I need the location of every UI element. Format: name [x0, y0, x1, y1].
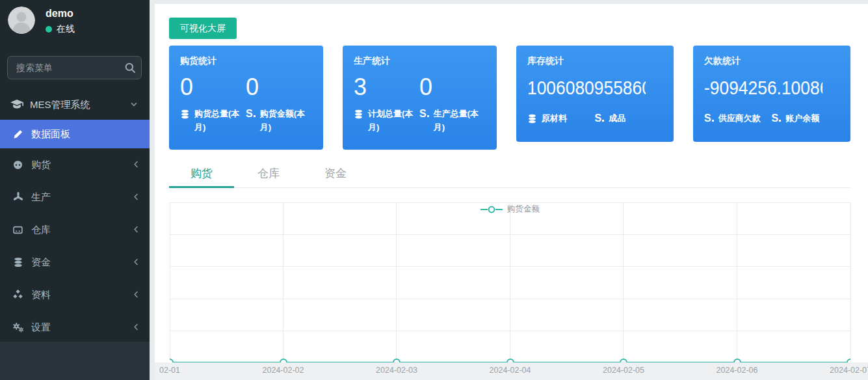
sidebar-item-label: 数据面板	[31, 128, 70, 141]
money-icon: S	[772, 112, 782, 126]
cubes-icon	[12, 290, 24, 300]
sidebar-root-label: MES管理系统	[30, 99, 90, 111]
x-axis-label: 2024-02-03	[376, 366, 417, 375]
sidebar-item-label: 仓库	[31, 224, 51, 236]
user-panel: demo 在线	[8, 7, 150, 44]
gears-icon	[12, 322, 24, 332]
database-icon	[180, 109, 190, 135]
search-input[interactable]	[7, 56, 142, 79]
tab-warehouse[interactable]: 仓库	[236, 163, 301, 187]
graduation-cap-icon	[10, 99, 23, 111]
sidebar-item-label: 生产	[31, 191, 51, 204]
metric-label: 原材料	[542, 112, 567, 128]
sidebar-search	[7, 56, 142, 79]
user-avatar[interactable]	[8, 7, 35, 34]
online-status-label: 在线	[57, 23, 75, 35]
database-icon	[527, 114, 537, 128]
chart-x-axis: 02-012024-02-022024-02-032024-02-042024-…	[155, 362, 868, 380]
mes-dashboard-app: demo 在线 MES管理系统	[0, 0, 868, 380]
sidebar-item-label: 资料	[31, 289, 51, 301]
money-icon: S	[704, 112, 714, 126]
stat-card-production-stats: 生产统计3计划总量(本月)0S生产总量(本月)	[343, 46, 497, 150]
tab-purchase[interactable]: 购货	[169, 163, 234, 187]
stat-metric: 0S生产总量(本月)	[419, 73, 485, 135]
content-panel: 可视化大屏 购货统计0购货总量(本月)0S购货金额(本月)生产统计3计划总量(本…	[155, 4, 868, 362]
database-icon	[354, 109, 363, 135]
sidebar-item-label: 购货	[31, 159, 51, 171]
sidebar-item-mes-root[interactable]: MES管理系统	[0, 90, 150, 120]
x-axis-label: 2024-02-06	[717, 366, 758, 375]
chevron-left-icon	[133, 192, 139, 203]
sidebar-item-settings[interactable]: 设置	[0, 311, 150, 344]
stat-value: 1006080955860	[527, 75, 646, 101]
user-status: 在线	[46, 23, 75, 35]
stat-value: 0	[246, 73, 311, 102]
stat-card-purchase-stats: 购货统计0购货总量(本月)0S购货金额(本月)	[169, 46, 323, 150]
sidebar-item-dashboard[interactable]: 数据面板	[0, 120, 150, 148]
stat-card-inventory-stats: 库存统计1006080955860原材料S成品	[516, 46, 674, 142]
tab-funds[interactable]: 资金	[303, 163, 368, 187]
stat-card-debt-stats: 欠款统计-9094256.1008644S供应商欠款S账户余额	[693, 46, 850, 142]
money-icon: S	[595, 112, 605, 126]
chevron-left-icon	[133, 159, 139, 170]
sidebar-item-label: 资金	[31, 256, 51, 269]
stat-cards-row: 购货统计0购货总量(本月)0S购货金额(本月)生产统计3计划总量(本月)0S生产…	[169, 46, 850, 150]
stat-card-title: 生产统计	[354, 55, 485, 67]
sidebar-item-warehouse[interactable]: 仓库	[0, 213, 150, 246]
chart-tabs: 购货仓库资金	[169, 163, 850, 188]
stat-value: 0	[180, 73, 246, 102]
x-axis-label: 02-01	[159, 366, 180, 375]
metric-label: 购货金额(本月)	[260, 107, 311, 135]
chevron-left-icon	[133, 224, 139, 236]
stat-card-title: 库存统计	[527, 55, 662, 67]
warehouse-icon	[12, 225, 24, 235]
chevron-left-icon	[133, 257, 139, 268]
visualization-screen-button[interactable]: 可视化大屏	[169, 18, 237, 39]
money-icon: S	[246, 107, 256, 135]
chevron-left-icon	[133, 290, 139, 301]
main-area: 可视化大屏 购货统计0购货总量(本月)0S购货金额(本月)生产统计3计划总量(本…	[150, 0, 868, 380]
sidebar-item-purchase[interactable]: 购货	[0, 148, 150, 181]
x-axis-label: 2024-02-05	[603, 366, 644, 375]
sidebar-item-label: 设置	[31, 321, 51, 334]
line-chart: 购货金额	[170, 202, 850, 362]
chevron-left-icon	[133, 322, 139, 333]
x-axis-label: 2024-02-07	[830, 366, 868, 375]
face-icon	[12, 159, 24, 170]
sidebar-item-production[interactable]: 生产	[0, 181, 150, 213]
stat-card-title: 购货统计	[180, 55, 311, 67]
x-axis-label: 2024-02-02	[263, 366, 304, 375]
stat-metric: 0购货总量(本月)	[180, 73, 246, 135]
online-status-dot	[46, 26, 52, 33]
stat-value: 3	[354, 73, 419, 102]
chevron-down-icon	[130, 100, 138, 111]
database-icon	[12, 257, 24, 267]
money-icon: S	[419, 107, 429, 135]
stat-metric: 0S购货金额(本月)	[246, 73, 311, 135]
metric-label: 计划总量(本月)	[368, 107, 419, 135]
stat-value: 0	[419, 73, 485, 102]
metric-label: 生产总量(本月)	[434, 107, 485, 135]
stat-card-title: 欠款统计	[704, 55, 839, 67]
x-axis-label: 2024-02-04	[490, 366, 531, 375]
sidebar-footer	[0, 342, 150, 380]
person-icon	[8, 7, 35, 34]
sidebar: demo 在线 MES管理系统	[0, 0, 150, 380]
user-name: demo	[46, 8, 73, 20]
metric-label: 供应商欠款	[718, 112, 761, 126]
sidebar-item-funds[interactable]: 资金	[0, 246, 150, 278]
metric-label: 成品	[609, 112, 625, 126]
pen-icon	[12, 129, 24, 139]
chart-markers	[170, 195, 850, 362]
asterisk-icon	[12, 192, 24, 202]
sidebar-menu: 数据面板购货生产仓库资金资料设置	[0, 120, 150, 344]
search-icon[interactable]	[124, 62, 136, 74]
metric-label: 账户余额	[785, 112, 819, 126]
stat-value: -9094256.1008644	[704, 75, 822, 101]
sidebar-item-materials[interactable]: 资料	[0, 278, 150, 311]
stat-metric: 3计划总量(本月)	[354, 73, 419, 135]
metric-label: 购货总量(本月)	[194, 107, 246, 135]
